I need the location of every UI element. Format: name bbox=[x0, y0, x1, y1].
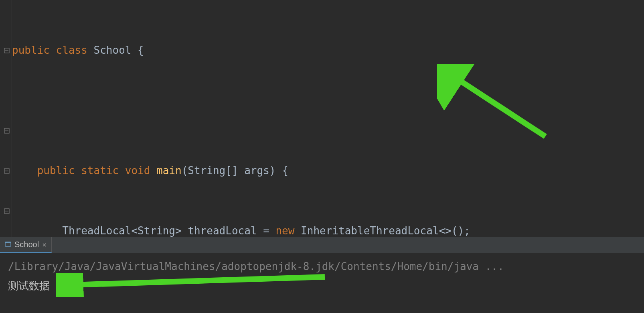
console-tab-bar: School × bbox=[0, 237, 644, 253]
keyword-static: static bbox=[81, 165, 119, 177]
method-name: main bbox=[156, 165, 182, 177]
gutter bbox=[0, 0, 12, 237]
console-output[interactable]: /Library/Java/JavaVirtualMachines/adopto… bbox=[0, 253, 644, 313]
keyword-class: class bbox=[56, 44, 87, 56]
var: threadLocal bbox=[188, 225, 257, 237]
type: ThreadLocal<String> bbox=[62, 225, 181, 237]
svg-rect-9 bbox=[5, 242, 11, 243]
constructor: InheritableThreadLocal<>(); bbox=[301, 225, 470, 237]
brace: { bbox=[138, 44, 144, 56]
keyword-new: new bbox=[275, 225, 294, 237]
class-name: School bbox=[94, 44, 132, 56]
code-line[interactable]: public class School { bbox=[12, 40, 644, 60]
tab-label: School bbox=[14, 240, 39, 249]
keyword-public: public bbox=[12, 44, 50, 56]
run-config-icon bbox=[5, 241, 12, 248]
keyword-public: public bbox=[37, 165, 75, 177]
keyword-void: void bbox=[125, 165, 150, 177]
method-params: (String[] args) { bbox=[182, 165, 288, 177]
code-line[interactable] bbox=[12, 100, 644, 120]
fold-icon[interactable] bbox=[4, 168, 10, 173]
console-stdout: 测试数据 bbox=[8, 276, 636, 295]
fold-icon[interactable] bbox=[4, 128, 10, 133]
code-line[interactable]: public static void main(String[] args) { bbox=[12, 161, 644, 181]
tab-close-button[interactable]: × bbox=[42, 240, 47, 249]
console-command: /Library/Java/JavaVirtualMachines/adopto… bbox=[8, 257, 636, 276]
code-editor[interactable]: public class School { public static void… bbox=[0, 0, 644, 237]
fold-icon[interactable] bbox=[4, 47, 10, 53]
fold-icon[interactable] bbox=[4, 208, 10, 213]
run-tab[interactable]: School × bbox=[0, 237, 52, 253]
